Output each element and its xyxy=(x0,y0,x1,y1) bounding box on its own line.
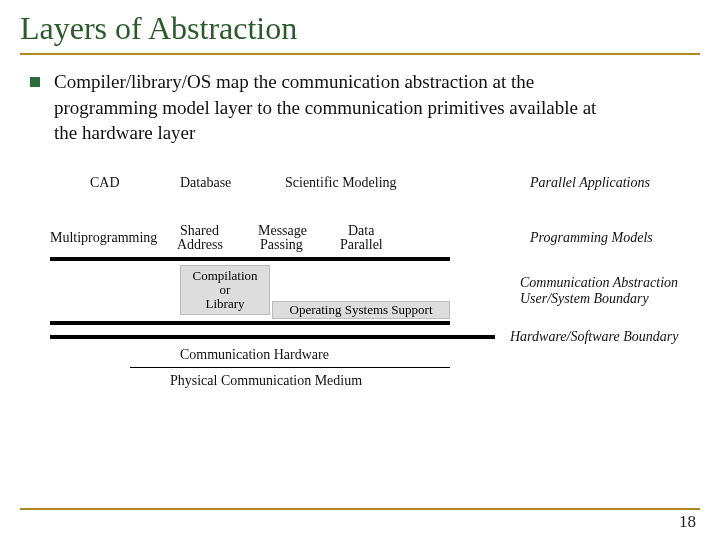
label-multiprogramming: Multiprogramming xyxy=(50,230,157,246)
label-physical-medium: Physical Communication Medium xyxy=(170,373,362,389)
label-comm-hardware: Communication Hardware xyxy=(180,347,329,363)
bullet-text: Compiler/library/OS map the communicatio… xyxy=(54,69,614,146)
label-cad: CAD xyxy=(90,175,120,191)
layers-diagram: CAD Database Scientific Modeling Paralle… xyxy=(50,175,670,465)
divider-line xyxy=(50,257,165,261)
label-database: Database xyxy=(180,175,231,191)
square-bullet-icon xyxy=(30,77,40,87)
divider-line xyxy=(50,335,495,339)
label-parallel: Parallel xyxy=(340,237,383,253)
label-address: Address xyxy=(177,237,223,253)
label-programming-models: Programming Models xyxy=(530,230,653,246)
label-comm-abstraction: Communication Abstraction xyxy=(520,275,678,291)
footer-divider xyxy=(20,508,700,510)
label-scientific-modeling: Scientific Modeling xyxy=(285,175,397,191)
slide-title: Layers of Abstraction xyxy=(0,0,720,53)
box-compilation-library: Compilation or Library xyxy=(180,265,270,315)
label-user-system-boundary: User/System Boundary xyxy=(520,291,649,307)
divider-line xyxy=(50,321,450,325)
label-passing: Passing xyxy=(260,237,303,253)
box-os-support: Operating Systems Support xyxy=(272,301,450,319)
page-number: 18 xyxy=(679,512,696,532)
label-parallel-applications: Parallel Applications xyxy=(530,175,650,191)
label-hw-sw-boundary: Hardware/Software Boundary xyxy=(510,329,678,345)
divider-line xyxy=(165,257,450,261)
bullet-item: Compiler/library/OS map the communicatio… xyxy=(0,55,720,156)
divider-line xyxy=(130,367,450,368)
